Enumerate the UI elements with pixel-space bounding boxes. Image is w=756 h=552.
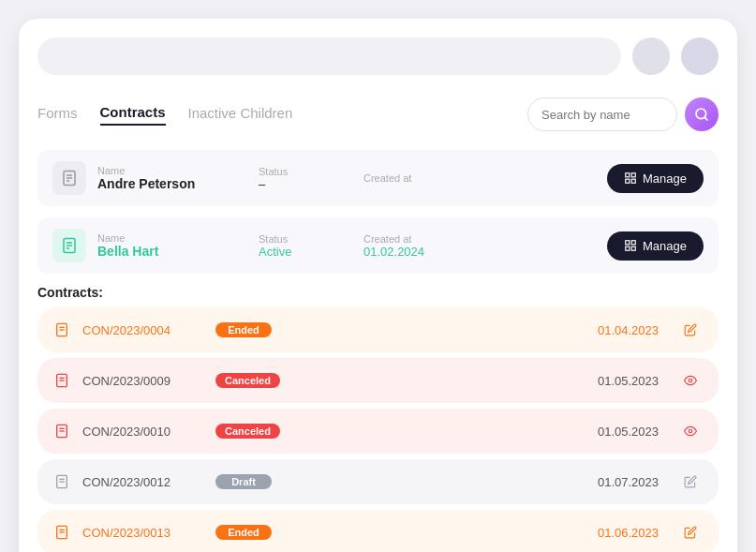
contract-date-2: 01.05.2023	[574, 425, 659, 439]
contract-action-3[interactable]	[677, 469, 704, 495]
status-label-bella: Status	[259, 233, 352, 245]
contract-badge-4: Ended	[215, 525, 272, 540]
contract-badge-0: Ended	[215, 322, 272, 337]
contract-row-2[interactable]: CON/2023/0010 Canceled 01.05.2023	[37, 409, 719, 454]
contract-row-1[interactable]: CON/2023/0009 Canceled 01.05.2023	[37, 358, 719, 403]
svg-rect-9	[626, 179, 630, 183]
svg-rect-15	[631, 241, 635, 245]
contracts-section-label: Contracts:	[37, 285, 719, 300]
date-col-bella: Created at 01.02.2024	[363, 233, 476, 259]
contract-date-3: 01.07.2023	[574, 475, 659, 489]
contract-icon-2	[52, 422, 71, 440]
contract-date-0: 01.04.2023	[574, 323, 659, 337]
person-info-bella: Name Bella Hart	[97, 232, 247, 259]
document-icon	[61, 170, 78, 186]
person-card-bella: Name Bella Hart Status Active Created at…	[37, 217, 719, 274]
manage-label-andre: Manage	[643, 172, 687, 186]
person-name-bella: Bella Hart	[97, 244, 247, 259]
status-label-andre: Status	[259, 166, 352, 177]
contract-id-1: CON/2023/0009	[82, 374, 204, 388]
search-icon	[694, 107, 709, 122]
person-info-andre: Name Andre Peterson	[97, 165, 247, 191]
contract-action-0[interactable]	[677, 317, 704, 343]
contract-badge-2: Canceled	[215, 424, 280, 439]
contracts-list: CON/2023/0004 Ended 01.04.2023 CON/2023/…	[37, 307, 719, 552]
svg-point-28	[689, 429, 692, 433]
status-value-bella: Active	[259, 245, 352, 259]
name-label-bella: Name	[97, 232, 247, 244]
contract-row-3[interactable]: CON/2023/0012 Draft 01.07.2023	[37, 459, 719, 504]
contract-date-4: 01.06.2023	[574, 526, 659, 540]
contract-id-4: CON/2023/0013	[82, 526, 204, 540]
document-icon-bella	[61, 237, 78, 254]
contract-action-4[interactable]	[677, 519, 704, 545]
search-area	[527, 97, 719, 131]
contract-action-2[interactable]	[677, 418, 704, 444]
top-bar-search-placeholder	[37, 37, 621, 75]
manage-label-bella: Manage	[643, 239, 687, 253]
top-bar-avatar2	[681, 37, 719, 75]
tab-contracts[interactable]: Contracts	[100, 104, 166, 126]
app-container: Forms Contracts Inactive Children Name A…	[19, 19, 737, 552]
svg-rect-16	[631, 246, 635, 250]
manage-button-andre[interactable]: Manage	[607, 164, 704, 193]
contract-icon-3	[52, 472, 71, 491]
manage-icon	[624, 172, 637, 185]
contract-icon-4	[52, 523, 71, 542]
manage-button-bella[interactable]: Manage	[607, 231, 704, 261]
contract-date-1: 01.05.2023	[574, 374, 659, 388]
status-value-andre: –	[259, 177, 352, 191]
contract-id-0: CON/2023/0004	[82, 323, 204, 337]
contract-icon-1	[52, 371, 71, 390]
person-card-andre: Name Andre Peterson Status – Created at …	[37, 150, 719, 206]
svg-rect-8	[631, 179, 635, 183]
contract-badge-1: Canceled	[215, 373, 280, 388]
contract-badge-3: Draft	[215, 474, 272, 489]
contract-id-2: CON/2023/0010	[82, 425, 204, 439]
created-value-bella: 01.02.2024	[363, 245, 476, 259]
top-bar	[37, 37, 719, 75]
search-input[interactable]	[527, 97, 677, 131]
date-col-andre: Created at	[363, 172, 476, 184]
top-bar-avatar1	[632, 37, 670, 75]
status-col-andre: Status –	[259, 166, 352, 191]
contract-row-4[interactable]: CON/2023/0013 Ended 01.06.2023	[37, 510, 719, 552]
created-label-andre: Created at	[363, 172, 476, 184]
person-name-andre: Andre Peterson	[97, 176, 247, 191]
tab-inactive-children[interactable]: Inactive Children	[188, 105, 293, 125]
svg-line-1	[704, 117, 707, 120]
person-icon-andre	[52, 161, 86, 195]
status-col-bella: Status Active	[259, 233, 352, 259]
tab-forms[interactable]: Forms	[37, 105, 78, 125]
tabs-bar: Forms Contracts Inactive Children	[37, 97, 719, 131]
svg-rect-7	[631, 173, 635, 177]
contract-row-0[interactable]: CON/2023/0004 Ended 01.04.2023	[37, 307, 719, 352]
contract-icon-0	[52, 321, 71, 339]
svg-rect-6	[626, 173, 630, 177]
name-label-andre: Name	[97, 165, 247, 176]
created-label-bella: Created at	[363, 233, 476, 245]
search-button[interactable]	[685, 97, 719, 131]
manage-icon-bella	[624, 239, 637, 252]
svg-rect-14	[626, 241, 630, 245]
svg-rect-17	[626, 246, 630, 250]
contract-id-3: CON/2023/0012	[82, 475, 204, 489]
contract-action-1[interactable]	[677, 367, 704, 394]
person-icon-bella	[52, 229, 86, 262]
svg-point-24	[689, 379, 692, 382]
